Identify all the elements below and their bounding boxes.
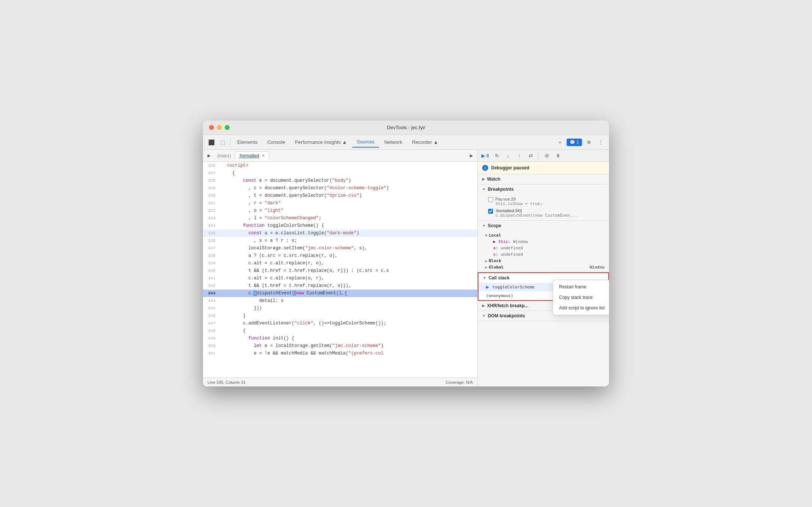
- debugger-toolbar: ▶⏸ ↻ ↓ ↑ ⇄ ⊘ ⏸: [478, 150, 609, 162]
- context-menu: Restart frame Copy stack trace Add scrip…: [553, 280, 609, 315]
- maximize-button[interactable]: [225, 125, 230, 130]
- code-line-332: 332 , o = "light": [203, 207, 477, 214]
- scope-label: Scope: [488, 223, 501, 228]
- tab-recorder[interactable]: Recorder ▲: [408, 137, 443, 147]
- watch-section: ▶ Watch: [478, 174, 609, 184]
- breakpoint-1-code: this.isShow = true;: [495, 201, 543, 206]
- toolbar-separator: [538, 152, 539, 159]
- window-title: DevTools - jec.fyi/: [387, 125, 425, 130]
- global-label: Global: [489, 265, 504, 270]
- sidebar-toggle-icon[interactable]: ▶: [205, 151, 214, 160]
- chat-badge-button[interactable]: 💬 1: [567, 139, 582, 146]
- status-bar: Line 335, Column 31 Coverage: N/A: [203, 377, 477, 386]
- close-tab-icon[interactable]: ✕: [262, 153, 265, 158]
- code-line-350: 350 let e = localStorage.getItem("jec.co…: [203, 342, 477, 350]
- global-triangle-icon: ▶: [485, 266, 487, 269]
- scope-a: a: undefined: [478, 245, 609, 251]
- call-stack-section: ▼ Call stack ▶ toggleColorScheme :format…: [478, 272, 609, 301]
- breakpoints-triangle-icon: ▼: [482, 187, 486, 191]
- resume-button[interactable]: ▶⏸: [481, 151, 490, 161]
- scope-block-header[interactable]: ▶ Block: [478, 258, 609, 264]
- main-tabs-bar: ⬛ ⬚ Elements Console Performance insight…: [203, 135, 609, 150]
- deactivate-breakpoints-button[interactable]: ⊘: [542, 151, 552, 161]
- step-into-button[interactable]: ↓: [503, 151, 513, 161]
- device-icon[interactable]: ⬚: [217, 137, 228, 148]
- code-line-328: 328 const e = document.querySelector("bo…: [203, 177, 477, 184]
- copy-stack-trace-menuitem[interactable]: Copy stack trace: [553, 292, 609, 303]
- scope-section: ▼ Scope ▼ Local ▶ this: Window a: undefi…: [478, 221, 609, 272]
- tab-performance[interactable]: Performance insights ▲: [290, 137, 352, 147]
- tab-index[interactable]: (index): [214, 152, 235, 160]
- step-button[interactable]: ⇄: [526, 151, 535, 161]
- call-stack-wrapper: ▼ Call stack ▶ toggleColorScheme :format…: [478, 272, 609, 301]
- code-line-338: 338 a ? (c.src = c.src.replace(r, o),: [203, 252, 477, 260]
- code-line-346: 346 }: [203, 312, 477, 320]
- tabs-right: » 💬 1 ⚙ ⋮: [555, 137, 606, 148]
- call-stack-item-2[interactable]: (anonymous) Restart frame Copy stack tra…: [478, 291, 608, 300]
- breakpoints-icon[interactable]: ▶: [467, 151, 476, 160]
- settings-button[interactable]: ⚙: [583, 137, 594, 148]
- dom-triangle-icon: ▼: [482, 314, 486, 318]
- minimize-button[interactable]: [217, 125, 222, 130]
- xhr-label: XHR/fetch breakp...: [487, 303, 528, 308]
- block-label: Block: [489, 258, 501, 263]
- code-line-345: 345 })): [203, 305, 477, 312]
- traffic-lights: [209, 125, 230, 130]
- breakpoint-2-checkbox[interactable]: [488, 209, 493, 214]
- breakpoint-2-file: :formatted:343: [495, 208, 577, 213]
- pause-on-exceptions-button[interactable]: ⏸: [553, 151, 563, 161]
- code-line-330: 330 , t = document.querySelector("#prism…: [203, 192, 477, 199]
- code-line-343: 343 c.dispatchEvent(new CustomEvent(l,{: [203, 290, 477, 297]
- debugger-paused-banner: i Debugger paused: [478, 162, 609, 174]
- add-to-ignore-list-menuitem[interactable]: Add script to ignore list: [553, 303, 609, 313]
- watch-section-header[interactable]: ▶ Watch: [478, 174, 609, 184]
- code-line-348: 348 {: [203, 327, 477, 335]
- code-editor[interactable]: 326 <script> 327 { 328 const e = documen…: [203, 162, 477, 377]
- more-tabs-button[interactable]: »: [555, 137, 565, 148]
- tab-console[interactable]: Console: [263, 137, 290, 147]
- titlebar: DevTools - jec.fyi/: [203, 121, 609, 135]
- more-options-button[interactable]: ⋮: [595, 137, 606, 148]
- chat-icon: 💬: [570, 140, 575, 145]
- code-line-340: 340 t && (t.href = t.href.replace(o, r))…: [203, 267, 477, 275]
- step-out-button[interactable]: ↑: [514, 151, 524, 161]
- devtools-window: DevTools - jec.fyi/ ⬛ ⬚ Elements Console…: [203, 121, 609, 386]
- editor-panel: ▶ (index) :formatted ✕ ▶ 326 <script>: [203, 150, 478, 386]
- scope-section-header[interactable]: ▼ Scope: [478, 221, 609, 231]
- tab-network[interactable]: Network: [380, 137, 407, 147]
- breakpoint-1-checkbox[interactable]: [488, 197, 493, 202]
- code-line-329: 329 , c = document.querySelector("#color…: [203, 184, 477, 192]
- watch-label: Watch: [487, 177, 501, 182]
- scope-content: ▼ Local ▶ this: Window a: undefined s: u…: [478, 231, 609, 272]
- code-line-339: 339 c.alt = c.alt.replace(r, o),: [203, 260, 477, 267]
- tab-sources[interactable]: Sources: [352, 137, 379, 148]
- tab-elements[interactable]: Elements: [233, 137, 262, 147]
- code-line-347: 347 c.addEventListener("click", ()=>togg…: [203, 320, 477, 327]
- close-button[interactable]: [209, 125, 214, 130]
- code-line-344: 344 detail: s: [203, 297, 477, 305]
- code-line-327: 327 {: [203, 169, 477, 177]
- breakpoints-section-header[interactable]: ▼ Breakpoints: [478, 184, 609, 194]
- scope-local-header[interactable]: ▼ Local: [478, 232, 609, 238]
- index-label: (index): [217, 153, 231, 158]
- breakpoints-section: ▼ Breakpoints Pay.vue:29 this.isShow = t…: [478, 184, 609, 221]
- breakpoints-list: Pay.vue:29 this.isShow = true; :formatte…: [478, 194, 609, 220]
- restart-frame-menuitem[interactable]: Restart frame: [553, 282, 609, 292]
- cursor-icon[interactable]: ⬛: [206, 137, 217, 148]
- call-stack-label: Call stack: [489, 275, 510, 281]
- breakpoint-item-1: Pay.vue:29 this.isShow = true;: [478, 196, 609, 207]
- scope-global-header[interactable]: ▶ Global Window: [478, 264, 609, 270]
- code-line-342: 342 t && (t.href = t.href.replace(r, o))…: [203, 282, 477, 290]
- code-line-349: 349 function init() {: [203, 335, 477, 342]
- step-over-button[interactable]: ↻: [492, 151, 502, 161]
- main-content: ▶ (index) :formatted ✕ ▶ 326 <script>: [203, 150, 609, 386]
- tab-formatted[interactable]: :formatted ✕: [235, 151, 269, 160]
- scope-s: s: undefined: [478, 251, 609, 258]
- watch-triangle-icon: ▶: [482, 177, 485, 181]
- breakpoints-label: Breakpoints: [488, 187, 514, 192]
- breakpoint-item-2: :formatted:343 c.dispatchEvent(new Custo…: [478, 207, 609, 219]
- scope-this: ▶ this: Window: [478, 238, 609, 245]
- active-frame-arrow-icon: ▶: [486, 285, 489, 289]
- dom-label: DOM breakpoints: [488, 313, 525, 318]
- code-line-341: 341 c.alt = c.alt.replace(o, r),: [203, 275, 477, 282]
